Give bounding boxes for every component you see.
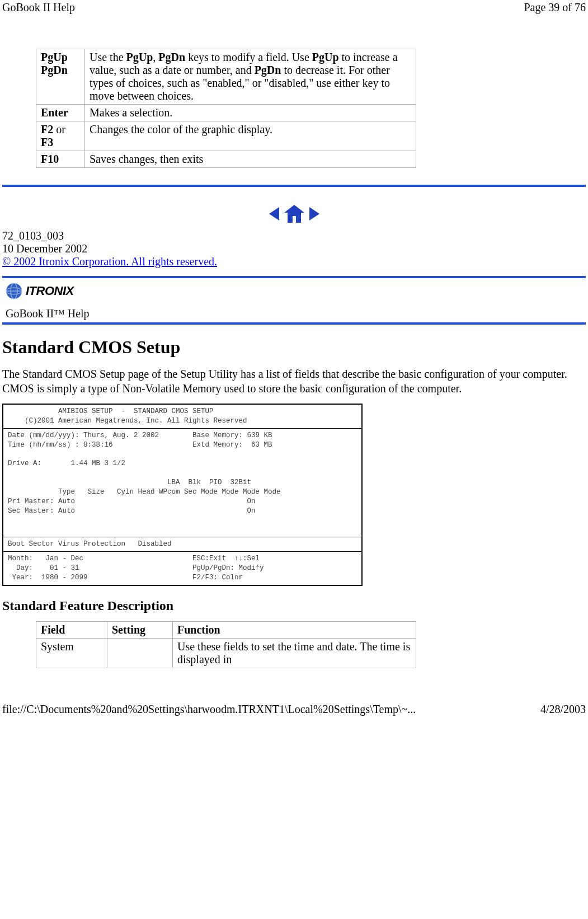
desc-table: Field Setting Function SystemUse these f… xyxy=(36,621,416,668)
desc-cell: Use the PgUp, PgDn keys to modify a fiel… xyxy=(85,49,416,105)
forward-arrow-icon[interactable] xyxy=(308,205,323,223)
doc-date: 10 December 2002 xyxy=(2,242,586,255)
svg-marker-4 xyxy=(309,207,319,221)
table-row: EnterMakes a selection. xyxy=(36,105,416,121)
svg-marker-1 xyxy=(284,205,304,213)
table-row: F10Saves changes, then exits xyxy=(36,151,416,168)
bios-body2: Boot Sector Virus Protection Disabled xyxy=(3,537,361,552)
back-arrow-icon[interactable] xyxy=(266,205,280,223)
key-cell: Enter xyxy=(36,105,85,121)
col-setting: Setting xyxy=(107,621,173,638)
bios-body3: Month: Jan - Dec ESC:Exit ↑↓:Sel Day: 01… xyxy=(3,552,361,585)
setting-cell xyxy=(107,638,173,668)
doc-info: 72_0103_003 10 December 2002 © 2002 Itro… xyxy=(2,229,586,268)
col-function: Function xyxy=(173,621,416,638)
function-cell: Use these fields to set the time and dat… xyxy=(173,638,416,668)
field-cell: System xyxy=(36,638,107,668)
bios-title: AMIBIOS SETUP - STANDARD CMOS SETUP (C)2… xyxy=(3,405,361,429)
copyright-link[interactable]: © 2002 Itronix Corporation. All rights r… xyxy=(2,255,217,268)
home-icon[interactable] xyxy=(283,204,305,224)
page-header: GoBook II Help Page 39 of 76 xyxy=(0,0,588,15)
svg-rect-3 xyxy=(293,216,296,223)
desc-cell: Makes a selection. xyxy=(85,105,416,121)
header-title: GoBook II Help xyxy=(2,1,75,14)
svg-marker-0 xyxy=(269,207,279,221)
header-page: Page 39 of 76 xyxy=(524,1,586,14)
footer-path: file://C:\Documents%20and%20Settings\har… xyxy=(2,703,416,716)
section-intro: The Standard CMOS Setup page of the Setu… xyxy=(2,367,586,396)
section-heading: Standard CMOS Setup xyxy=(2,337,586,358)
desc-cell: Changes the color of the graphic display… xyxy=(85,121,416,151)
nav-icons xyxy=(2,204,586,224)
doc-code: 72_0103_003 xyxy=(2,229,586,242)
key-cell: F2 or F3 xyxy=(36,121,85,151)
desc-heading: Standard Feature Description xyxy=(2,598,586,613)
page-content: PgUpPgDnUse the PgUp, PgDn keys to modif… xyxy=(0,49,588,668)
bios-body1: Date (mm/dd/yyy): Thurs, Aug. 2 2002 Bas… xyxy=(3,429,361,538)
col-field: Field xyxy=(36,621,107,638)
section-divider xyxy=(2,185,586,187)
logo-box: ITRONIX GoBook II™ Help xyxy=(2,276,586,325)
table-row: F2 or F3Changes the color of the graphic… xyxy=(36,121,416,151)
key-cell: F10 xyxy=(36,151,85,168)
table-row: PgUpPgDnUse the PgUp, PgDn keys to modif… xyxy=(36,49,416,105)
gobook-help-label: GoBook II™ Help xyxy=(6,307,582,320)
key-table: PgUpPgDnUse the PgUp, PgDn keys to modif… xyxy=(36,49,416,168)
page-footer: file://C:\Documents%20and%20Settings\har… xyxy=(0,702,588,717)
globe-icon xyxy=(6,283,22,299)
brand-text: ITRONIX xyxy=(26,284,74,298)
table-row: SystemUse these fields to set the time a… xyxy=(36,638,416,668)
itronix-logo: ITRONIX xyxy=(6,283,582,299)
footer-date: 4/28/2003 xyxy=(540,703,586,716)
desc-cell: Saves changes, then exits xyxy=(85,151,416,168)
bios-screenshot: AMIBIOS SETUP - STANDARD CMOS SETUP (C)2… xyxy=(2,404,363,586)
key-cell: PgUpPgDn xyxy=(36,49,85,105)
